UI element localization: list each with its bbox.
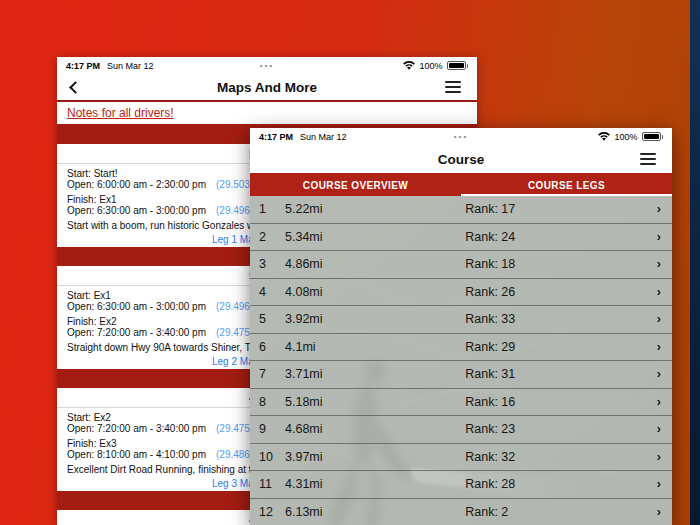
hamburger-icon bbox=[445, 86, 461, 88]
chevron-right-icon: › bbox=[657, 202, 661, 216]
row-rank: Rank: 29 bbox=[465, 340, 515, 354]
row-number: 3 bbox=[259, 257, 266, 271]
leg-start-open: Open: 6:30:00 am - 3:00:00 pm bbox=[67, 301, 206, 312]
course-leg-row[interactable]: 10 3.97mi Rank: 32 › bbox=[250, 444, 672, 472]
chevron-right-icon: › bbox=[657, 450, 661, 464]
screen-edge-strip bbox=[690, 0, 700, 525]
chevron-right-icon: › bbox=[657, 422, 661, 436]
page-title: Course bbox=[250, 152, 672, 167]
row-rank: Rank: 2 bbox=[465, 505, 508, 519]
course-legs-rows: 1 5.22mi Rank: 17 › 2 5.34mi Rank: 24 › … bbox=[250, 196, 672, 525]
row-distance: 4.86mi bbox=[285, 257, 323, 271]
course-leg-row[interactable]: 3 4.86mi Rank: 18 › bbox=[250, 251, 672, 279]
course-leg-row[interactable]: 11 4.31mi Rank: 28 › bbox=[250, 471, 672, 499]
row-distance: 4.08mi bbox=[285, 285, 323, 299]
course-leg-row[interactable]: 8 5.18mi Rank: 16 › bbox=[250, 389, 672, 417]
notes-row: Notes for all drivers! bbox=[57, 102, 477, 125]
chevron-right-icon: › bbox=[657, 367, 661, 381]
course-leg-row[interactable]: 1 5.22mi Rank: 17 › bbox=[250, 196, 672, 224]
chevron-right-icon: › bbox=[657, 257, 661, 271]
row-rank: Rank: 23 bbox=[465, 422, 515, 436]
row-number: 5 bbox=[259, 312, 266, 326]
leg-finish-label: Finish: Ex1 bbox=[67, 194, 116, 205]
row-distance: 4.1mi bbox=[285, 340, 316, 354]
row-number: 6 bbox=[259, 340, 266, 354]
menu-button[interactable] bbox=[640, 152, 660, 166]
row-distance: 5.34mi bbox=[285, 230, 323, 244]
chevron-right-icon: › bbox=[657, 477, 661, 491]
back-button[interactable] bbox=[69, 77, 89, 97]
row-distance: 5.18mi bbox=[285, 395, 323, 409]
row-rank: Rank: 18 bbox=[465, 257, 515, 271]
menu-button[interactable] bbox=[445, 80, 465, 94]
leg-finish-open: Open: 8:10:00 am - 4:10:00 pm bbox=[67, 449, 206, 460]
row-rank: Rank: 24 bbox=[465, 230, 515, 244]
course-legs-table: 1 5.22mi Rank: 17 › 2 5.34mi Rank: 24 › … bbox=[250, 196, 672, 525]
leg-start-label: Start: Ex2 bbox=[67, 412, 111, 423]
nav-bar: Maps And More bbox=[57, 74, 477, 102]
battery-percent: 100% bbox=[614, 132, 637, 142]
course-leg-row[interactable]: 5 3.92mi Rank: 33 › bbox=[250, 306, 672, 334]
course-leg-row[interactable]: 9 4.68mi Rank: 23 › bbox=[250, 416, 672, 444]
leg-start-open: Open: 7:20:00 am - 3:40:00 pm bbox=[67, 423, 206, 434]
row-distance: 3.97mi bbox=[285, 450, 323, 464]
row-rank: Rank: 32 bbox=[465, 450, 515, 464]
row-number: 10 bbox=[259, 450, 273, 464]
wifi-icon bbox=[403, 61, 415, 70]
row-number: 2 bbox=[259, 230, 266, 244]
row-rank: Rank: 16 bbox=[465, 395, 515, 409]
course-leg-row[interactable]: 2 5.34mi Rank: 24 › bbox=[250, 224, 672, 252]
row-number: 9 bbox=[259, 422, 266, 436]
row-rank: Rank: 31 bbox=[465, 367, 515, 381]
chevron-right-icon: › bbox=[657, 285, 661, 299]
wifi-icon bbox=[598, 132, 610, 141]
battery-percent: 100% bbox=[419, 61, 442, 71]
leg-finish-label: Finish: Ex3 bbox=[67, 438, 116, 449]
tab-course-overview[interactable]: COURSE OVERVIEW bbox=[250, 173, 461, 197]
course-leg-row[interactable]: 4 4.08mi Rank: 26 › bbox=[250, 279, 672, 307]
course-leg-row[interactable]: 12 6.13mi Rank: 2 › bbox=[250, 499, 672, 525]
nav-bar: Course bbox=[250, 145, 672, 173]
leg-finish-label: Finish: Ex2 bbox=[67, 316, 116, 327]
row-distance: 6.13mi bbox=[285, 505, 323, 519]
row-number: 1 bbox=[259, 202, 266, 216]
leg-start-label: Start: Start! bbox=[67, 168, 118, 179]
status-bar: 4:17 PM Sun Mar 12 ••• 100% bbox=[250, 128, 672, 145]
row-number: 8 bbox=[259, 395, 266, 409]
chevron-right-icon: › bbox=[657, 395, 661, 409]
row-rank: Rank: 17 bbox=[465, 202, 515, 216]
leg-finish-open: Open: 6:30:00 am - 3:00:00 pm bbox=[67, 205, 206, 216]
row-number: 11 bbox=[259, 477, 272, 491]
leg-start-label: Start: Ex1 bbox=[67, 290, 111, 301]
leg-finish-open: Open: 7:20:00 am - 3:40:00 pm bbox=[67, 327, 206, 338]
row-distance: 4.31mi bbox=[285, 477, 323, 491]
leg-start-open: Open: 6:00:00 am - 2:30:00 pm bbox=[67, 179, 206, 190]
row-number: 4 bbox=[259, 285, 266, 299]
row-rank: Rank: 33 bbox=[465, 312, 515, 326]
chevron-right-icon: › bbox=[657, 505, 661, 519]
row-distance: 3.71mi bbox=[285, 367, 323, 381]
row-distance: 4.68mi bbox=[285, 422, 323, 436]
row-number: 12 bbox=[259, 505, 273, 519]
row-distance: 5.22mi bbox=[285, 202, 323, 216]
desktop-background: 4:17 PM Sun Mar 12 ••• 100% Maps And Mor… bbox=[0, 0, 700, 525]
hamburger-icon bbox=[640, 158, 656, 160]
battery-icon bbox=[447, 61, 466, 70]
row-rank: Rank: 26 bbox=[465, 285, 515, 299]
course-window: 4:17 PM Sun Mar 12 ••• 100% Course COURS… bbox=[250, 128, 672, 525]
chevron-right-icon: › bbox=[657, 230, 661, 244]
chevron-left-icon bbox=[69, 81, 82, 94]
row-rank: Rank: 28 bbox=[465, 477, 515, 491]
row-number: 7 bbox=[259, 367, 266, 381]
notes-for-drivers-link[interactable]: Notes for all drivers! bbox=[67, 106, 174, 120]
course-leg-row[interactable]: 6 4.1mi Rank: 29 › bbox=[250, 334, 672, 362]
chevron-right-icon: › bbox=[657, 312, 661, 326]
course-leg-row[interactable]: 7 3.71mi Rank: 31 › bbox=[250, 361, 672, 389]
row-distance: 3.92mi bbox=[285, 312, 323, 326]
tab-bar: COURSE OVERVIEW COURSE LEGS bbox=[250, 173, 672, 197]
chevron-right-icon: › bbox=[657, 340, 661, 354]
battery-icon bbox=[642, 132, 661, 141]
page-title: Maps And More bbox=[57, 80, 477, 95]
status-bar: 4:17 PM Sun Mar 12 ••• 100% bbox=[57, 57, 477, 74]
